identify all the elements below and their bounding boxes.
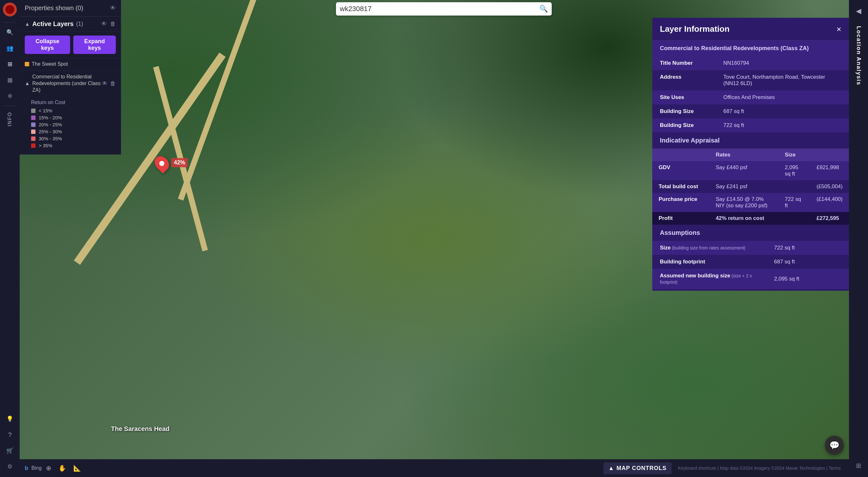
appraisal-row-value: (£144,400) [810,193,849,212]
layer-info-close-btn[interactable]: × [837,25,841,33]
legend-item: 25% - 30% [31,129,116,134]
right-panel-icon-btn[interactable]: ⊞ [851,458,865,473]
property-info-table: Title Number NN160794 Address Tove Court… [652,56,849,132]
property-row-label: Title Number [652,56,716,70]
left-sidebar: 🔍 👥 ⊞ ▦ ⊕ INFO 💡 ? 🛒 ⚙ [0,0,20,477]
assumptions-rows: Size (building size from rates assessmen… [652,241,849,291]
sidebar-table-btn[interactable]: ▦ [3,73,17,87]
map-controls-label: MAP CONTROLS [616,465,666,472]
settings-icon: ⚙ [7,463,12,470]
assumptions-row-value: 2,095 sq ft [767,269,849,289]
legend-title: Return on Cost [31,100,116,106]
measure-btn[interactable]: 📐 [71,463,84,474]
layer-info-header: Layer Information × [652,18,849,41]
map-marker[interactable]: 42% [155,155,168,171]
sidebar-layers-btn[interactable]: ⊞ [3,57,17,71]
assumptions-row-label: Rates Assessment [652,289,767,291]
legend-item-label: > 35% [39,143,52,148]
appraisal-col-value [810,149,849,161]
property-row: Building Size 722 sq ft [652,118,849,132]
sidebar-search-btn[interactable]: 🔍 [3,25,17,39]
appraisal-rows: GDV Say £440 psf 2,095 sq ft £921,998 To… [652,161,849,225]
legend-color-swatch [31,144,35,148]
app-logo[interactable] [3,3,17,17]
commercial-layer-icons: 👁 🗑 [102,80,116,87]
layer-info-subtitle: Commercial to Residential Redevelopments… [652,41,849,56]
search-input[interactable] [340,5,539,13]
commercial-delete-btn[interactable]: 🗑 [110,80,116,87]
sidebar-settings-btn[interactable]: ⚙ [3,459,17,474]
search-submit-btn[interactable]: 🔍 [539,5,548,13]
shopping-icon: 🛒 [6,447,13,454]
appraisal-row-size: 722 sq ft [778,193,810,212]
layer-info-panel: Layer Information × Commercial to Reside… [652,18,849,291]
assumptions-row-label: Assumed new building size (size + 2 x fo… [652,269,767,289]
sidebar-shopping-btn[interactable]: 🛒 [3,444,17,458]
legend-item: > 35% [31,143,116,148]
active-layers-delete-btn[interactable]: 🗑 [110,21,116,27]
appraisal-row: Total build cost Say £241 psf (£505,004) [652,180,849,193]
chat-bubble-icon: 💬 [829,441,839,450]
people-icon: 👥 [6,45,13,52]
sidebar-expand-btn[interactable]: ⊕ [3,89,17,103]
commercial-layer: ▲ Commercial to Residential Redevelopmen… [20,70,121,154]
appraisal-row-value: (£505,004) [810,180,849,193]
map-controls-btn[interactable]: ▲ MAP CONTROLS [603,463,672,474]
active-layers-icons: 👁 🗑 [101,21,116,27]
commercial-layer-chevron: ▲ [25,81,30,86]
appraisal-row-size [778,180,810,193]
bottom-right-controls: ▲ MAP CONTROLS Keyboard shortcuts | Map … [598,463,849,474]
right-panel: ◀ Location Analysis ⊞ [849,0,868,477]
legend-section: Return on Cost < 15% 15% - 20% 20% - 25%… [20,96,121,154]
legend-item: < 15% [31,108,116,113]
assumptions-row-value: 687 sq ft [767,255,849,269]
collapse-keys-btn[interactable]: Collapse keys [25,35,70,54]
location-btn[interactable]: ⊕ [43,463,54,474]
sidebar-bulb-btn[interactable]: 💡 [3,412,17,426]
appraisal-row-rates: Say £440 psf [709,161,778,180]
property-row: Site Uses Offices And Premises [652,90,849,105]
commercial-visibility-btn[interactable]: 👁 [102,80,107,87]
saracens-head-label: The Saracens Head [111,425,170,433]
sidebar-question-btn[interactable]: ? [3,428,17,442]
legend-color-swatch [31,109,35,113]
active-layers-title: Active Layers [32,20,73,28]
legend-color-swatch [31,129,35,134]
appraisal-row: Profit 42% return on cost £272,595 [652,212,849,225]
appraisal-row-rates: Say £241 psf [709,180,778,193]
pan-btn[interactable]: ✋ [56,463,69,474]
appraisal-row-label: Total build cost [652,180,709,193]
property-row-value: Offices And Premises [716,90,849,105]
assumptions-row: Building footprint 687 sq ft [652,255,849,269]
appraisal-row: Purchase price Say £14.50 @ 7.0% NIY (so… [652,193,849,212]
info-label[interactable]: INFO [7,108,13,130]
legend-item-label: 15% - 20% [39,115,62,120]
active-layers-visibility-btn[interactable]: 👁 [101,21,107,27]
map-controls-chevron: ▲ [609,465,614,472]
appraisal-row-label: Purchase price [652,193,709,212]
commercial-layer-title: ▲ Commercial to Residential Redevelopmen… [25,73,102,93]
appraisal-row-size [778,212,810,225]
sidebar-people-btn[interactable]: 👥 [3,41,17,55]
layer-info-content[interactable]: Commercial to Residential Redevelopments… [652,41,849,291]
legend-item: 20% - 25% [31,122,116,127]
expand-keys-btn[interactable]: Expand keys [73,35,116,54]
legend-color-swatch [31,137,35,141]
active-layers-chevron: ▲ [25,21,30,27]
expand-icon: ⊕ [8,92,12,99]
bulb-icon: 💡 [6,415,13,422]
sidebar-divider-1 [3,22,16,23]
appraisal-row-label: GDV [652,161,709,180]
active-layers-header: ▲ Active Layers (1) 👁 🗑 [20,17,121,32]
property-row-value: Tove Court, Northampton Road, Towcester … [716,70,849,90]
appraisal-row: GDV Say £440 psf 2,095 sq ft £921,998 [652,161,849,180]
right-panel-collapse-btn[interactable]: ◀ [856,3,861,20]
property-row-label: Building Size [652,105,716,118]
assumptions-table: Size (building size from rates assessmen… [652,241,849,291]
chat-bubble-btn[interactable]: 💬 [825,436,844,455]
commercial-layer-header: ▲ Commercial to Residential Redevelopmen… [20,70,121,96]
appraisal-col-rates: Rates [709,149,778,161]
property-row-label: Address [652,70,716,90]
property-row-label: Site Uses [652,90,716,105]
bottom-bar: b Bing ⊕ ✋ 📐 ▲ MAP CONTROLS Keyboard sho… [20,459,849,477]
